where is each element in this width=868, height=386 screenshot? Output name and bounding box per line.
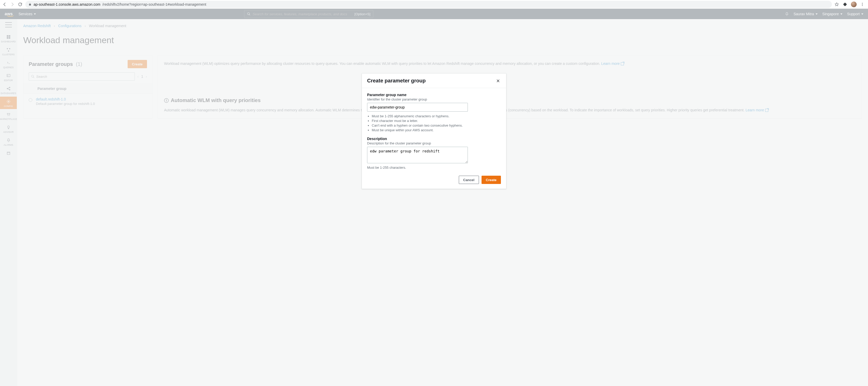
profile-avatar[interactable]: [851, 2, 857, 7]
star-icon[interactable]: [834, 2, 839, 7]
modal-backdrop[interactable]: [0, 9, 868, 386]
lock-icon: [28, 3, 32, 6]
url-path: /redshiftv2/home?region=ap-southeast-1#w…: [102, 2, 206, 6]
create-parameter-group-modal: Create parameter group Parameter group n…: [362, 73, 506, 189]
svg-rect-0: [29, 4, 31, 5]
modal-title: Create parameter group: [367, 78, 426, 84]
desc-hint: Description for the cluster parameter gr…: [367, 141, 501, 145]
extensions-icon[interactable]: [843, 2, 847, 7]
svg-point-1: [862, 3, 863, 4]
desc-input[interactable]: [367, 147, 468, 163]
desc-label: Description: [367, 137, 501, 141]
cancel-button[interactable]: Cancel: [459, 176, 479, 184]
desc-rule: Must be 1-255 characters.: [367, 166, 501, 170]
svg-point-3: [862, 5, 863, 6]
address-bar[interactable]: ap-southeast-1.console.aws.amazon.com/re…: [25, 1, 832, 8]
name-rules: Must be 1-255 alphanumeric characters or…: [372, 114, 501, 132]
svg-point-2: [862, 4, 863, 5]
url-host: ap-southeast-1.console.aws.amazon.com: [34, 2, 100, 6]
rule-item: First character must be a letter.: [372, 119, 501, 123]
rule-item: Must be 1-255 alphanumeric characters or…: [372, 114, 501, 118]
name-hint: Identifier for the cluster parameter gro…: [367, 97, 501, 101]
name-input[interactable]: [367, 103, 468, 112]
rule-item: Must be unique within your AWS account.: [372, 128, 501, 132]
reload-button[interactable]: [18, 2, 23, 7]
rule-item: Can't end with a hyphen or contain two c…: [372, 123, 501, 127]
browser-chrome: ap-southeast-1.console.aws.amazon.com/re…: [0, 0, 868, 9]
back-button[interactable]: [2, 2, 7, 7]
create-button[interactable]: Create: [482, 176, 501, 184]
kebab-menu-icon[interactable]: [860, 2, 864, 6]
name-label: Parameter group name: [367, 93, 501, 97]
forward-button[interactable]: [10, 2, 15, 7]
close-icon[interactable]: [495, 78, 501, 84]
